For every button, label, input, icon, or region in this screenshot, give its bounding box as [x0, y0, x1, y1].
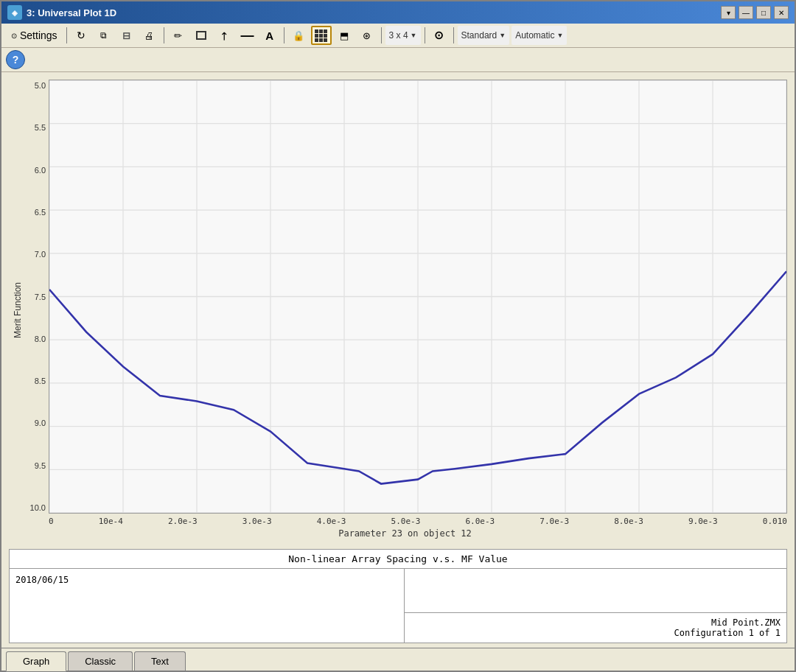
copy-icon: ⧉ — [100, 30, 107, 41]
info-right: Mid Point.ZMX Configuration 1 of 1 — [405, 569, 787, 643]
tab-text-label: Text — [151, 656, 169, 667]
y-tick-85: 8.5 — [23, 377, 46, 385]
toolbar: ⊙ Settings ↻ ⧉ ⊟ 🖨 ✏ ↗ — [1, 24, 795, 48]
chart-svg — [49, 80, 786, 513]
info-right-top — [405, 569, 787, 613]
grid-button[interactable] — [311, 26, 332, 45]
separator-5 — [425, 27, 425, 43]
y-tick-80: 8.0 — [23, 335, 46, 343]
y-tick-100: 10.0 — [23, 503, 46, 512]
x-tick-0: 0 — [49, 517, 54, 526]
settings-button[interactable]: ⊙ Settings — [6, 26, 63, 45]
title-controls: ▾ — □ ✕ — [721, 6, 789, 19]
x-tick-7: 7.0e-3 — [540, 517, 569, 526]
separator-2 — [164, 27, 164, 43]
y-tick-90: 9.0 — [23, 419, 46, 427]
main-content: Merit Function 10.0 9.5 9.0 8.5 8.0 7.5 … — [1, 72, 795, 648]
text-icon: A — [265, 29, 273, 42]
line-button[interactable]: — — [237, 26, 257, 45]
x-tick-5: 5.0e-3 — [391, 517, 421, 526]
x-tick-4: 4.0e-3 — [317, 517, 346, 526]
main-window: ◈ 3: Universal Plot 1D ▾ — □ ✕ ⊙ Setting… — [0, 0, 796, 672]
standard-arrow: ▼ — [499, 32, 506, 39]
title-bar: ◈ 3: Universal Plot 1D ▾ — □ ✕ — [1, 1, 795, 24]
standard-label: Standard — [461, 30, 498, 41]
separator-6 — [453, 27, 454, 43]
arrow-button[interactable]: ↗ — [214, 26, 234, 45]
lock-button[interactable]: 🔒 — [288, 26, 309, 45]
chevron-down-icon: ⊙ — [11, 32, 17, 40]
save-icon: ⊟ — [122, 30, 130, 41]
copy-button[interactable]: ⧉ — [94, 26, 114, 45]
x-tick-6: 6.0e-3 — [465, 517, 495, 526]
maximize-button[interactable]: □ — [756, 6, 771, 19]
help-row: ? — [1, 48, 795, 72]
x-tick-10: 0.010 — [763, 517, 787, 526]
y-tick-75: 7.5 — [23, 293, 46, 301]
refresh-button[interactable]: ↻ — [71, 26, 91, 45]
y-tick-65: 6.5 — [23, 208, 46, 217]
x-tick-2: 2.0e-3 — [168, 517, 198, 526]
x-tick-1: 10e-4 — [99, 517, 123, 526]
tab-graph-label: Graph — [23, 656, 49, 667]
stacked-icon: ⊛ — [363, 30, 371, 41]
settings-label: Settings — [20, 29, 57, 41]
window-title: 3: Universal Plot 1D — [27, 7, 721, 18]
tab-graph[interactable]: Graph — [6, 651, 66, 671]
tab-text[interactable]: Text — [134, 651, 186, 671]
automatic-button[interactable]: Automatic ▼ — [512, 26, 567, 45]
chart-container: Merit Function 10.0 9.5 9.0 8.5 8.0 7.5 … — [9, 80, 787, 541]
x-tick-8: 8.0e-3 — [614, 517, 643, 526]
x-axis-title: Parameter 23 on object 12 — [23, 526, 787, 541]
info-right-bottom: Mid Point.ZMX Configuration 1 of 1 — [405, 613, 787, 643]
timer-icon: ⊙ — [434, 29, 444, 42]
print-icon: 🖨 — [144, 30, 154, 41]
y-tick-50: 5.0 — [23, 81, 46, 90]
text-button[interactable]: A — [259, 26, 280, 45]
chart-plot — [49, 80, 787, 514]
y-axis-ticks: 10.0 9.5 9.0 8.5 8.0 7.5 7.0 6.5 6.0 5.5… — [23, 80, 49, 514]
info-table-title: Non-linear Array Spacing v.s. MF Value — [10, 550, 786, 569]
dropdown-button[interactable]: ▾ — [721, 6, 736, 19]
grid-size-button[interactable]: 3 x 4 ▼ — [385, 26, 421, 45]
arrow-icon: ↗ — [217, 28, 231, 43]
y-tick-70: 7.0 — [23, 250, 46, 259]
tab-classic[interactable]: Classic — [68, 651, 133, 671]
lock-icon: 🔒 — [293, 30, 304, 41]
y-tick-95: 9.5 — [23, 461, 46, 470]
x-axis-labels: 0 10e-4 2.0e-3 3.0e-3 4.0e-3 5.0e-3 6.0e… — [49, 514, 787, 526]
help-button[interactable]: ? — [6, 50, 25, 69]
standard-button[interactable]: Standard ▼ — [458, 26, 510, 45]
info-date: 2018/06/15 — [10, 569, 405, 643]
rectangle-icon — [196, 31, 206, 40]
info-file: Mid Point.ZMX — [411, 617, 781, 628]
tabs-bar: Graph Classic Text — [1, 648, 795, 671]
x-tick-3: 3.0e-3 — [242, 517, 272, 526]
grid-size-arrow: ▼ — [411, 32, 417, 39]
chart-area: Merit Function 10.0 9.5 9.0 8.5 8.0 7.5 … — [1, 72, 795, 545]
layers-button[interactable]: ⬒ — [334, 26, 355, 45]
y-axis-label: Merit Function — [9, 80, 23, 541]
minimize-button[interactable]: — — [739, 6, 753, 19]
refresh-icon: ↻ — [77, 29, 85, 41]
pencil-icon: ✏ — [174, 30, 182, 41]
info-table: Non-linear Array Spacing v.s. MF Value 2… — [9, 549, 787, 643]
info-config: Configuration 1 of 1 — [411, 628, 781, 638]
separator-1 — [66, 27, 67, 43]
app-icon: ◈ — [7, 5, 22, 20]
info-table-body: 2018/06/15 Mid Point.ZMX Configuration 1… — [10, 569, 786, 643]
automatic-arrow: ▼ — [557, 32, 564, 39]
tab-classic-label: Classic — [85, 656, 116, 667]
chart-inner: 10.0 9.5 9.0 8.5 8.0 7.5 7.0 6.5 6.0 5.5… — [23, 80, 787, 541]
y-tick-60: 6.0 — [23, 166, 46, 175]
layers-icon: ⬒ — [340, 30, 349, 41]
line-icon: — — [241, 29, 253, 42]
timer-button[interactable]: ⊙ — [429, 26, 450, 45]
edit-button[interactable]: ✏ — [168, 26, 189, 45]
close-button[interactable]: ✕ — [774, 6, 789, 19]
save-button[interactable]: ⊟ — [116, 26, 137, 45]
y-tick-55: 5.5 — [23, 123, 46, 132]
print-button[interactable]: 🖨 — [139, 26, 160, 45]
rectangle-button[interactable] — [191, 26, 212, 45]
stacked-button[interactable]: ⊛ — [357, 26, 377, 45]
